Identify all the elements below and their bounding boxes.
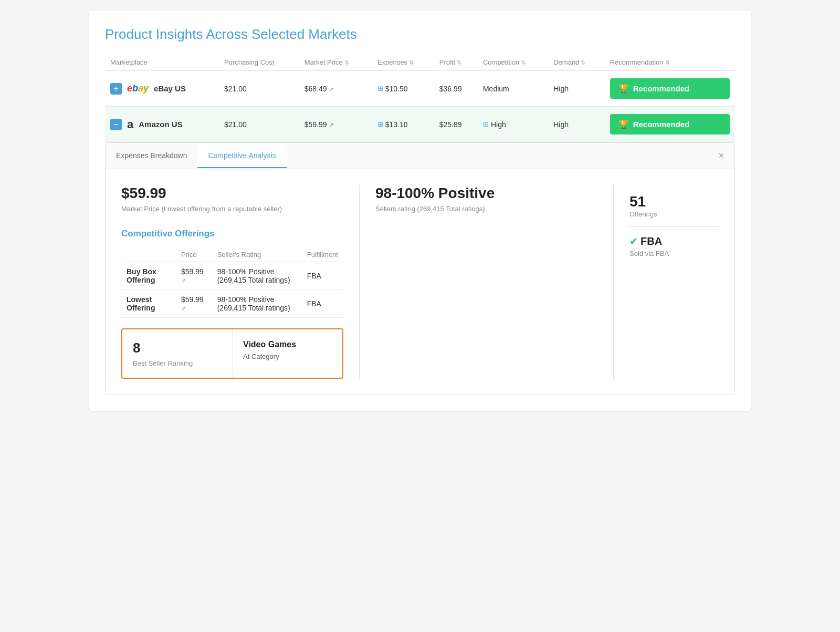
amazon-demand: High [548, 107, 604, 142]
amazon-logo: a [127, 118, 133, 131]
col-profit[interactable]: Profit [434, 54, 478, 71]
high-icon-competition: ⊞ [483, 120, 489, 128]
offerings-col-name [121, 247, 176, 262]
bsr-label: Best Seller Ranking [133, 359, 222, 367]
lowest-rating: 98-100% Positive (269,415 Total ratings) [212, 290, 302, 318]
section-seller-rating: 98-100% Positive Sellers rating (269,415… [360, 185, 614, 379]
fulfillment-stat: ✔ FBA Sold via FBA [629, 227, 719, 266]
fba-label: FBA [640, 235, 662, 247]
best-seller-rank-section: 8 Best Seller Ranking [122, 329, 233, 378]
toggle-amazon[interactable]: − [110, 119, 122, 130]
toggle-ebay[interactable]: + [110, 83, 122, 95]
amazon-competition: ⊞ High [478, 107, 548, 142]
amazon-market-price: $59.99 [299, 107, 372, 142]
bsr-category-label: At Category [243, 353, 332, 360]
fba-sub-label: Sold via FBA [629, 250, 719, 257]
offerings-header-row: Price Seller's Rating Fulfillment [121, 247, 343, 262]
expenses-icon-amazon: ⊞ [377, 120, 383, 128]
buybox-price-link[interactable]: $59.99 [181, 267, 204, 284]
section-market-price: $59.99 Market Price (Lowest offering fro… [121, 185, 360, 379]
sub-panel: Expenses Breakdown Competitive Analysis … [105, 142, 735, 395]
offerings-table: Price Seller's Rating Fulfillment Buy Bo… [121, 247, 343, 318]
seller-rating-label: Sellers rating (269,415 Total ratings) [375, 205, 597, 213]
tab-competitive-analysis[interactable]: Competitive Analysis [197, 144, 286, 168]
col-marketplace: Marketplace [105, 54, 219, 71]
offering-row-buybox: Buy Box Offering $59.99 98-100% Positive… [121, 262, 343, 290]
lowest-price: $59.99 [176, 290, 212, 318]
market-price-label: Market Price (Lowest offering from a rep… [121, 205, 343, 213]
seller-rating-value: 98-100% Positive [375, 185, 597, 202]
best-seller-category-section: Video Games At Category [233, 329, 342, 378]
main-table: Marketplace Purchasing Cost Market Price… [105, 54, 735, 142]
amazon-profit: $25.89 [434, 107, 478, 142]
fba-badge: ✔ FBA [629, 235, 719, 247]
ebay-competition: Medium [478, 71, 548, 107]
buybox-price: $59.99 [176, 262, 212, 290]
offerings-col-price: Price [176, 247, 212, 262]
sub-panel-body: $59.99 Market Price (Lowest offering fro… [106, 169, 734, 395]
ebay-logo: ebay [127, 83, 149, 94]
competitive-offerings-title: Competitive Offerings [121, 229, 343, 239]
page-wrapper: Product Insights Across Selected Markets… [89, 11, 751, 411]
buybox-fulfillment: FBA [302, 262, 343, 290]
tab-close-button[interactable]: × [708, 143, 734, 169]
best-seller-box: 8 Best Seller Ranking Video Games At Cat… [121, 328, 343, 379]
amazon-expenses: ⊞ $13.10 [372, 107, 434, 142]
ebay-market-price-link[interactable]: $68.49 [304, 85, 334, 93]
buybox-rating: 98-100% Positive (269,415 Total ratings) [212, 262, 302, 290]
ebay-demand: High [548, 71, 604, 107]
offerings-col-fulfillment: Fulfillment [302, 247, 343, 262]
bsr-number: 8 [133, 340, 222, 356]
table-header-row: Marketplace Purchasing Cost Market Price… [105, 54, 735, 71]
expenses-icon-ebay: ⊞ [377, 85, 383, 92]
col-competition[interactable]: Competition [478, 54, 548, 71]
ebay-market-price: $68.49 [299, 71, 372, 107]
marketplace-cell-ebay: + ebay eBay US [105, 71, 219, 107]
amazon-name: Amazon US [139, 120, 182, 129]
lowest-fulfillment: FBA [302, 290, 343, 318]
lowest-price-link[interactable]: $59.99 [181, 295, 204, 312]
col-demand[interactable]: Demand [548, 54, 604, 71]
amazon-market-price-link[interactable]: $59.99 [304, 120, 334, 129]
ebay-expenses: ⊞ $10.50 [372, 71, 434, 107]
col-expenses[interactable]: Expenses [372, 54, 434, 71]
offering-row-lowest: Lowest Offering $59.99 98-100% Positive … [121, 290, 343, 318]
col-purchasing-cost: Purchasing Cost [219, 54, 299, 71]
market-price-value: $59.99 [121, 185, 343, 202]
table-row-amazon: − a Amazon US $21.00 $59.99 ⊞ $13.10 $25… [105, 107, 735, 142]
offerings-col-rating: Seller's Rating [212, 247, 302, 262]
recommended-icon-ebay: 🏆 [618, 84, 629, 94]
offerings-stat: 51 Offerings [629, 185, 719, 227]
marketplace-cell-amazon: − a Amazon US [105, 107, 219, 142]
tab-expenses-breakdown[interactable]: Expenses Breakdown [106, 144, 197, 168]
col-recommendation[interactable]: Recommendation [605, 54, 735, 71]
amazon-recommendation: 🏆 Recommended [605, 107, 735, 142]
page-title: Product Insights Across Selected Markets [105, 26, 735, 43]
ebay-name: eBay US [154, 84, 186, 93]
col-market-price[interactable]: Market Price [299, 54, 372, 71]
offerings-count: 51 [629, 193, 719, 210]
ebay-recommendation: 🏆 Recommended [605, 71, 735, 107]
table-row-ebay: + ebay eBay US $21.00 $68.49 ⊞ $10.50 [105, 71, 735, 107]
lowest-name: Lowest Offering [121, 290, 176, 318]
buybox-name: Buy Box Offering [121, 262, 176, 290]
section-stats: 51 Offerings ✔ FBA Sold via FBA [614, 185, 719, 379]
amazon-purchasing-cost: $21.00 [219, 107, 299, 142]
fba-check-icon: ✔ [629, 236, 637, 247]
recommended-icon-amazon: 🏆 [618, 119, 629, 129]
ebay-purchasing-cost: $21.00 [219, 71, 299, 107]
ebay-profit: $36.99 [434, 71, 478, 107]
offerings-label: Offerings [629, 210, 719, 218]
bsr-category: Video Games [243, 340, 332, 349]
ebay-expenses-value: $10.50 [385, 85, 408, 93]
sub-panel-tabs: Expenses Breakdown Competitive Analysis … [106, 143, 734, 169]
amazon-expenses-value: $13.10 [385, 120, 408, 129]
